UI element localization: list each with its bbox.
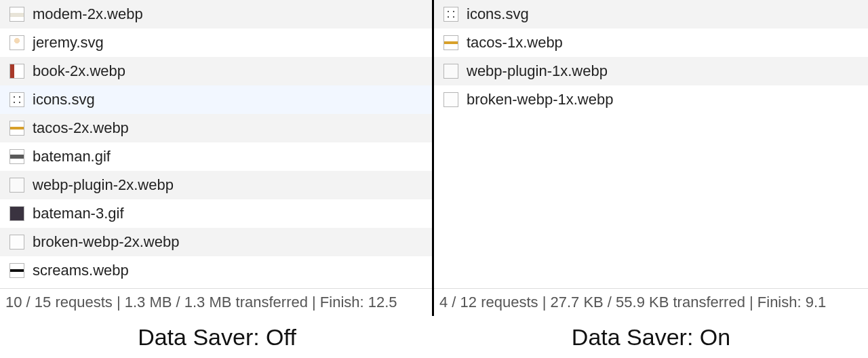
file-name: icons.svg xyxy=(467,5,529,23)
file-list-right: icons.svgtacos-1x.webpwebp-plugin-1x.web… xyxy=(434,0,868,288)
file-row[interactable]: icons.svg xyxy=(0,85,432,114)
file-list-left: modem-2x.webpjeremy.svgbook-2x.webpicons… xyxy=(0,0,432,288)
network-panel-left: modem-2x.webpjeremy.svgbook-2x.webpicons… xyxy=(0,0,434,316)
file-name: screams.webp xyxy=(33,262,129,279)
file-type-icon xyxy=(9,235,24,250)
file-row[interactable]: webp-plugin-1x.webp xyxy=(434,57,868,85)
file-name: webp-plugin-2x.webp xyxy=(33,176,174,194)
file-row[interactable]: screams.webp xyxy=(0,256,432,285)
file-type-icon xyxy=(9,149,24,164)
status-bar-right: 4 / 12 requests | 27.7 KB / 55.9 KB tran… xyxy=(434,288,868,316)
file-row[interactable]: broken-webp-2x.webp xyxy=(0,228,432,256)
file-type-icon xyxy=(9,206,24,221)
file-type-icon xyxy=(443,7,458,22)
file-type-icon xyxy=(9,178,24,193)
file-name: icons.svg xyxy=(33,91,95,108)
file-type-icon xyxy=(9,92,24,107)
file-row[interactable]: bateman-3.gif xyxy=(0,199,432,228)
file-name: jeremy.svg xyxy=(33,34,104,52)
caption-left: Data Saver: Off xyxy=(0,316,434,358)
file-name: bateman.gif xyxy=(33,148,111,165)
file-type-icon xyxy=(443,92,458,107)
file-row[interactable]: jeremy.svg xyxy=(0,28,432,57)
file-type-icon xyxy=(9,64,24,79)
file-row[interactable]: tacos-2x.webp xyxy=(0,114,432,142)
file-name: modem-2x.webp xyxy=(33,5,143,23)
status-bar-left: 10 / 15 requests | 1.3 MB / 1.3 MB trans… xyxy=(0,288,432,316)
file-row[interactable]: webp-plugin-2x.webp xyxy=(0,171,432,199)
file-row[interactable]: bateman.gif xyxy=(0,142,432,171)
file-row[interactable]: tacos-1x.webp xyxy=(434,28,868,57)
file-type-icon xyxy=(9,121,24,136)
file-row[interactable]: modem-2x.webp xyxy=(0,0,432,28)
file-name: tacos-2x.webp xyxy=(33,119,129,137)
file-type-icon xyxy=(443,64,458,79)
network-panel-right: icons.svgtacos-1x.webpwebp-plugin-1x.web… xyxy=(434,0,868,316)
file-name: broken-webp-2x.webp xyxy=(33,233,179,251)
file-row[interactable]: book-2x.webp xyxy=(0,57,432,85)
file-type-icon xyxy=(9,263,24,278)
file-type-icon xyxy=(443,35,458,50)
file-name: broken-webp-1x.webp xyxy=(467,91,613,108)
file-row[interactable]: broken-webp-1x.webp xyxy=(434,85,868,114)
file-name: webp-plugin-1x.webp xyxy=(467,62,608,80)
file-name: tacos-1x.webp xyxy=(467,34,563,52)
file-row[interactable]: icons.svg xyxy=(434,0,868,28)
file-name: book-2x.webp xyxy=(33,62,125,80)
file-type-icon xyxy=(9,35,24,50)
caption-right: Data Saver: On xyxy=(434,316,868,358)
file-type-icon xyxy=(9,7,24,22)
file-name: bateman-3.gif xyxy=(33,205,124,222)
